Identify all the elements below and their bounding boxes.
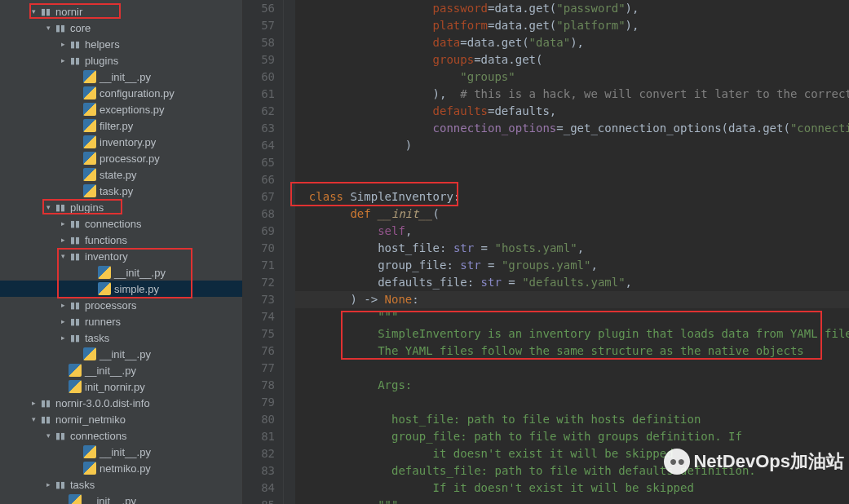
code-line: host_file: path to file with hosts defin… [295, 411, 849, 428]
chevron-right-icon[interactable]: ▸ [29, 399, 38, 407]
chevron-right-icon[interactable]: ▸ [59, 40, 67, 48]
python-file-icon [69, 380, 82, 393]
chevron-right-icon[interactable]: ▸ [59, 317, 67, 325]
line-number: 63 [243, 120, 275, 137]
code-line: ), # this is a hack, we will convert it … [295, 86, 849, 103]
folder-icon: ▮▮ [39, 413, 52, 426]
tree-folder[interactable]: ▸▮▮plugins [0, 52, 242, 69]
chevron-down-icon[interactable]: ▾ [44, 24, 52, 32]
tree-item-label: plugins [85, 55, 118, 67]
tree-folder[interactable]: ▸▮▮processors [0, 297, 242, 313]
chevron-down-icon[interactable]: ▾ [44, 431, 52, 440]
code-line: SimpleInventory is an inventory plugin t… [295, 325, 849, 343]
code-line: connection_options=_get_connection_optio… [295, 120, 849, 137]
tree-folder[interactable]: ▾▮▮inventory [0, 248, 242, 264]
code-line: def __init__( [295, 206, 849, 223]
tree-file[interactable]: simple.py [0, 281, 242, 297]
tree-folder[interactable]: ▸▮▮nornir-3.0.0.dist-info [0, 395, 242, 411]
tree-item-label: __init__.py [99, 71, 151, 83]
tree-folder[interactable]: ▸▮▮functions [0, 232, 242, 248]
line-number: 81 [243, 428, 275, 445]
line-number: 56 [243, 0, 275, 17]
code-editor[interactable]: 5657585960616263646566676869707172737475… [243, 0, 849, 504]
tree-file[interactable]: init_nornir.py [0, 378, 242, 395]
tree-file[interactable]: __init__.py [0, 346, 242, 362]
tree-folder[interactable]: ▸▮▮tasks [0, 476, 242, 493]
line-number: 67 [243, 188, 275, 206]
tree-folder[interactable]: ▸▮▮connections [0, 215, 242, 232]
chevron-down-icon[interactable]: ▾ [59, 252, 67, 260]
tree-folder[interactable]: ▾▮▮nornir_netmiko [0, 411, 242, 427]
tree-folder[interactable]: ▾▮▮core [0, 20, 242, 36]
folder-icon: ▮▮ [69, 217, 82, 230]
tree-folder[interactable]: ▸▮▮runners [0, 313, 242, 329]
code-line: class SimpleInventory: [295, 188, 849, 206]
line-number: 83 [243, 462, 275, 480]
tree-item-label: configuration.py [99, 87, 175, 99]
chevron-right-icon[interactable]: ▸ [59, 334, 67, 342]
chevron-right-icon[interactable]: ▸ [59, 56, 67, 64]
tree-item-label: inventory.py [99, 136, 156, 148]
tree-item-label: simple.py [114, 283, 159, 295]
code-line: If it doesn't exist it will be skipped [295, 480, 849, 497]
tree-folder[interactable]: ▾▮▮connections [0, 427, 242, 444]
folder-icon: ▮▮ [69, 250, 82, 263]
tree-file[interactable]: filter.py [0, 117, 242, 134]
tree-item-label: inventory [85, 250, 128, 263]
folder-icon: ▮▮ [69, 331, 82, 344]
tree-file[interactable]: __init__.py [0, 69, 242, 85]
line-number: 65 [243, 154, 275, 171]
tree-folder[interactable]: ▾▮▮plugins [0, 199, 242, 215]
chevron-down-icon[interactable]: ▾ [44, 203, 52, 211]
folder-icon: ▮▮ [39, 5, 52, 18]
tree-file[interactable]: processor.py [0, 150, 242, 166]
project-tree[interactable]: ▾▮▮nornir▾▮▮core▸▮▮helpers▸▮▮plugins__in… [0, 0, 243, 504]
chevron-right-icon[interactable]: ▸ [44, 480, 52, 489]
tree-file[interactable]: __init__.py [0, 444, 242, 460]
chevron-right-icon[interactable]: ▸ [59, 236, 67, 244]
chevron-right-icon[interactable]: ▸ [59, 301, 67, 309]
line-number: 61 [243, 86, 275, 103]
tree-file[interactable]: exceptions.py [0, 101, 242, 117]
tree-folder[interactable]: ▸▮▮tasks [0, 329, 242, 346]
chevron-right-icon[interactable]: ▸ [59, 219, 67, 228]
tree-item-label: netmiko.py [99, 462, 151, 475]
tree-file[interactable]: task.py [0, 183, 242, 199]
tree-item-label: plugins [70, 201, 104, 214]
code-line: "groups" [295, 69, 849, 86]
tree-file[interactable]: __init__.py [0, 362, 242, 378]
tree-folder[interactable]: ▸▮▮helpers [0, 36, 242, 52]
tree-file[interactable]: inventory.py [0, 134, 242, 150]
code-line: password=data.get("password"), [295, 0, 849, 17]
tree-item-label: __init__.py [99, 446, 151, 458]
line-number: 66 [243, 171, 275, 188]
line-number: 76 [243, 343, 275, 360]
line-number: 85 [243, 497, 275, 504]
code-line: group_file: str = "groups.yaml", [295, 257, 849, 274]
chevron-down-icon[interactable]: ▾ [29, 7, 38, 15]
tree-file[interactable]: __init__.py [0, 493, 242, 504]
code-line: self, [295, 223, 849, 240]
tree-item-label: state.py [99, 169, 137, 181]
code-line: platform=data.get("platform"), [295, 17, 849, 34]
python-file-icon [83, 103, 96, 116]
tree-item-label: __init__.py [85, 495, 136, 505]
code-line: Args: [295, 377, 849, 394]
python-file-icon [69, 364, 82, 377]
line-number: 60 [243, 69, 275, 86]
tree-file[interactable]: netmiko.py [0, 460, 242, 476]
tree-folder[interactable]: ▾▮▮nornir [0, 3, 242, 20]
tree-file[interactable]: __init__.py [0, 264, 242, 281]
code-line: ) [295, 137, 849, 154]
tree-item-label: nornir_netmiko [55, 413, 126, 426]
folder-icon: ▮▮ [69, 54, 82, 67]
code-line: The YAML files follow the same structure… [295, 343, 849, 360]
line-number: 73 [243, 291, 275, 308]
tree-file[interactable]: configuration.py [0, 85, 242, 101]
line-number: 75 [243, 325, 275, 343]
tree-file[interactable]: state.py [0, 166, 242, 183]
tree-item-label: processors [85, 299, 137, 312]
tree-item-label: core [70, 22, 91, 34]
chevron-down-icon[interactable]: ▾ [29, 415, 38, 423]
line-number: 77 [243, 360, 275, 377]
